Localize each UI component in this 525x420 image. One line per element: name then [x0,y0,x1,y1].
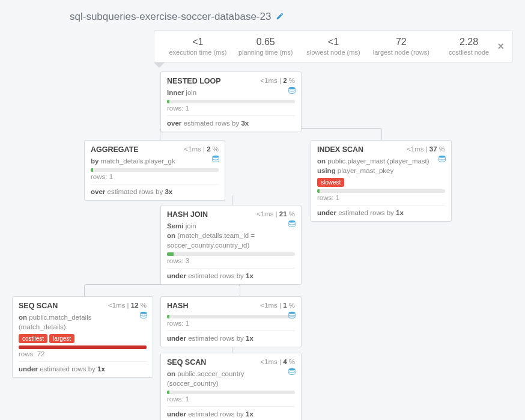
plan-node-hash-join[interactable]: HASH JOIN <1ms | 21 % Semi joinon (match… [160,205,302,285]
plan-node-aggregate[interactable]: AGGREGATE <1ms | 2 % by match_details.pl… [84,140,225,201]
rows-count: rows: 72 [19,350,147,362]
badge-slowest: slowest [317,178,344,187]
plan-node-seq-scan-match-details[interactable]: SEQ SCAN <1ms | 12 % on public.match_det… [12,296,153,378]
progress-bar [167,315,295,318]
node-title: INDEX SCAN [317,145,363,154]
page-title: sql-subqueries-exercise-soccer-database-… [70,11,271,23]
rows-count: rows: 1 [167,395,295,407]
svg-point-5 [289,312,296,314]
database-icon[interactable] [288,368,296,376]
svg-point-6 [289,368,296,371]
node-desc: on public.match_details (match_details) [19,312,147,332]
node-timing: <1ms | 4 % [260,358,295,367]
plan-node-index-scan[interactable]: INDEX SCAN <1ms | 37 % on public.player_… [311,140,452,222]
close-icon[interactable]: × [497,40,504,53]
connector [84,284,240,297]
stat-slow: <1 slowest node (ms) [300,37,368,56]
stat-large: 72 largest node (rows) [367,37,435,56]
database-icon[interactable] [288,87,296,95]
node-desc: on public.soccer_country (soccer_country… [167,369,295,388]
progress-bar [167,391,295,394]
node-title: NESTED LOOP [167,77,221,85]
estimate-line: under estimated rows by 1x [317,209,445,216]
stat-cost: 2.28 costliest node [435,37,503,56]
rows-count: rows: 1 [91,173,219,184]
estimate-line: under estimated rows by 1x [167,410,295,418]
node-desc: by match_details.player_gk [91,156,219,166]
rows-count: rows: 3 [167,257,295,269]
plan-node-seq-scan-soccer-country[interactable]: SEQ SCAN <1ms | 4 % on public.soccer_cou… [160,353,302,420]
stat-plan: 0.65 planning time (ms) [232,37,300,56]
node-timing: <1ms | 1 % [260,302,295,310]
node-desc: Semi joinon (match_details.team_id = soc… [167,221,295,250]
estimate-line: under estimated rows by 1x [167,335,295,342]
node-title: HASH [167,302,188,310]
svg-point-3 [289,221,296,223]
stats-bar: <1 execution time (ms) 0.65 planning tim… [154,30,513,62]
progress-bar [167,100,295,103]
node-desc: Inner join [167,88,295,97]
database-icon[interactable] [139,311,148,320]
rows-count: rows: 1 [167,105,295,116]
node-title: HASH JOIN [167,210,208,219]
svg-point-4 [141,312,147,314]
svg-point-0 [289,87,296,90]
progress-bar [167,252,295,256]
node-timing: <1ms | 2 % [260,77,295,85]
estimate-line: under estimated rows by 1x [167,272,295,279]
svg-point-1 [213,156,219,158]
database-icon[interactable] [288,220,296,228]
estimate-line: over estimated rows by 3x [91,188,219,195]
plan-node-hash[interactable]: HASH <1ms | 1 % rows: 1 under estimated … [160,296,302,347]
node-title: SEQ SCAN [19,302,58,310]
plan-node-nested-loop[interactable]: NESTED LOOP <1ms | 2 % Inner join rows: … [160,72,302,132]
svg-point-2 [439,156,446,158]
edit-icon[interactable] [276,12,284,22]
database-icon[interactable] [288,311,296,320]
database-icon[interactable] [211,155,220,163]
progress-bar [19,345,147,349]
progress-bar [91,168,219,172]
badge-costliest: costliest [19,334,47,343]
rows-count: rows: 1 [317,194,445,205]
stat-exec: <1 execution time (ms) [164,37,232,56]
node-desc: on public.player_mast (player_mast)using… [317,156,445,175]
database-icon[interactable] [438,155,446,163]
triangle-pointer-icon [154,62,165,68]
progress-bar [317,189,445,193]
node-timing: <1ms | 21 % [256,210,295,219]
rows-count: rows: 1 [167,320,295,331]
estimate-line: over estimated rows by 3x [167,120,295,127]
node-timing: <1ms | 12 % [108,302,147,310]
node-timing: <1ms | 2 % [184,145,219,154]
badge-largest: largest [49,334,74,343]
node-title: AGGREGATE [91,145,139,154]
node-timing: <1ms | 37 % [407,145,445,154]
estimate-line: under estimated rows by 1x [19,365,147,373]
node-title: SEQ SCAN [167,358,206,367]
